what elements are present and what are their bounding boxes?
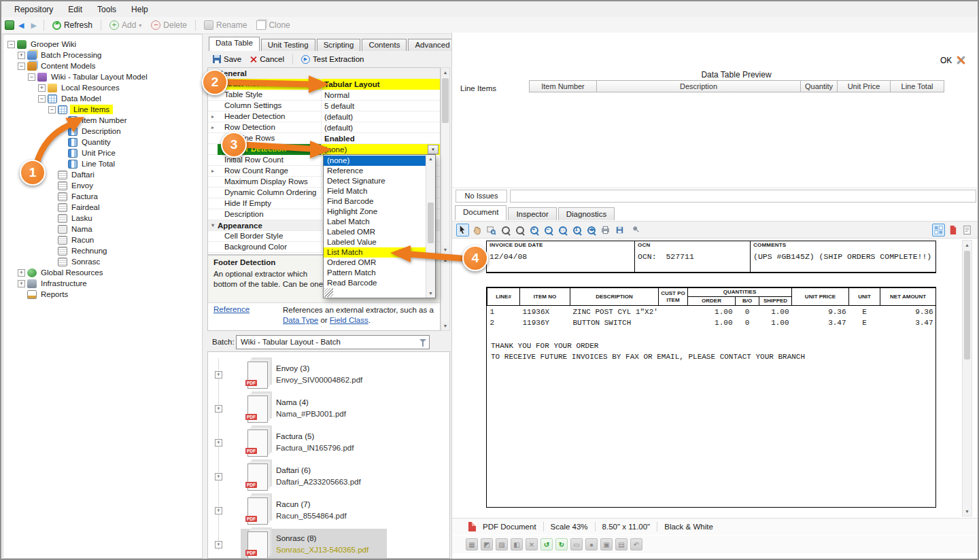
tree-item-racun[interactable]: Racun	[3, 234, 202, 245]
viewer-settings-icon[interactable]	[628, 224, 640, 237]
zoom-region-icon[interactable]: □	[556, 224, 569, 237]
property-grid-scrollbar[interactable]: ▲ ▼	[441, 67, 450, 255]
filter-icon[interactable]	[419, 339, 426, 346]
forward-button[interactable]: ▶	[28, 21, 39, 30]
scroll-up-icon[interactable]: ▲	[963, 241, 972, 249]
data-type-link[interactable]: Data Type	[283, 316, 318, 324]
zoom-out-icon[interactable]: −	[542, 224, 555, 237]
expand-chevron-icon[interactable]: ▸	[208, 122, 218, 133]
rotate-cw-icon[interactable]: ↻	[555, 538, 568, 550]
print-icon[interactable]	[599, 224, 612, 237]
tree-item-item-number[interactable]: Item Number	[3, 115, 202, 126]
expand-icon[interactable]: +	[215, 507, 222, 514]
tree-item-local-resources[interactable]: +Local Resources	[3, 82, 202, 93]
deskew-tool-icon[interactable]: ◩	[481, 538, 493, 550]
rename-button[interactable]: Rename	[200, 19, 251, 31]
collapse-icon[interactable]: −	[7, 41, 15, 48]
despeckle-tool-icon[interactable]: ▨	[496, 538, 508, 550]
zoom-select-tool-icon[interactable]	[485, 224, 498, 237]
batch-item-daftari-6[interactable]: +PDFDaftari (6)Daftari_A233205663.pdf	[208, 462, 449, 496]
preview-column-line-total[interactable]: Line Total	[891, 80, 944, 92]
scroll-up-icon[interactable]: ▲	[426, 155, 435, 163]
tab-advanced[interactable]: Advanced	[408, 39, 456, 51]
eraser-tool-icon[interactable]: ▭	[570, 538, 583, 550]
test-extraction-button[interactable]: ▶ Test Extraction	[298, 54, 366, 65]
save-button[interactable]: Save	[210, 54, 244, 64]
dropdown-option-labeled-omr[interactable]: Labeled OMR	[324, 227, 426, 237]
dropdown-option-none[interactable]: (none)	[324, 156, 426, 166]
save-image-icon[interactable]	[613, 224, 626, 237]
tree-item-infrastructure[interactable]: +Infrastructure	[3, 278, 202, 289]
tree-item-batch-processing[interactable]: +Batch Processing	[3, 50, 202, 60]
expand-icon[interactable]: +	[18, 280, 25, 287]
batch-item-sonrasc-8[interactable]: +PDFSonrasc (8)Sonrasc_XJ13-540365.pdf	[208, 530, 449, 559]
rotate-ccw-icon[interactable]: ↺	[540, 538, 553, 550]
dropdown-option-read-barcode[interactable]: Read Barcode	[324, 278, 426, 288]
tree-item-data-model[interactable]: −Data Model	[3, 93, 202, 104]
tab-unit-testing[interactable]: Unit Testing	[261, 39, 315, 51]
tree-item-factura[interactable]: Factura	[3, 191, 202, 202]
back-button[interactable]: ◀	[16, 21, 27, 30]
scroll-down-icon[interactable]: ▼	[441, 245, 449, 254]
tree-item-grooper-wiki[interactable]: −Grooper Wiki	[3, 39, 202, 50]
tree-item-quantity[interactable]: Quantity	[3, 137, 202, 147]
refresh-button[interactable]: Refresh	[48, 19, 97, 31]
dropdown-option-highlight-zone[interactable]: Highlight Zone	[324, 207, 426, 217]
dropdown-option-list-match[interactable]: List Match	[324, 247, 426, 258]
batch-item-racun-7[interactable]: +PDFRacun (7)Racun_8554864.pdf	[208, 496, 449, 530]
redact-tool-icon[interactable]: ●	[585, 538, 598, 550]
tree-item-fairdeal[interactable]: Fairdeal	[3, 202, 202, 213]
dropdown-option-label-match[interactable]: Label Match	[324, 217, 426, 227]
cancel-button[interactable]: Cancel	[247, 54, 287, 64]
tree-item-lasku[interactable]: Lasku	[3, 213, 202, 224]
select-tool-icon[interactable]	[456, 224, 469, 237]
scroll-up-icon[interactable]: ▲	[441, 68, 449, 77]
tree-item-content-models[interactable]: −Content Models	[3, 60, 202, 71]
expand-icon[interactable]: +	[215, 371, 222, 379]
scroll-down-icon[interactable]: ▼	[441, 321, 449, 330]
crop-region-icon[interactable]: ▣	[600, 538, 613, 550]
tree-item-reports[interactable]: Reports	[3, 289, 202, 300]
ok-button[interactable]: OK	[940, 54, 967, 66]
tree-item-global-resources[interactable]: +Global Resources	[3, 267, 202, 278]
dropdown-option-reference[interactable]: Reference	[324, 166, 426, 176]
issues-field[interactable]	[510, 190, 976, 203]
scroll-up-icon[interactable]: ▲	[441, 256, 449, 264]
tree-item-line-items[interactable]: −Line Items	[3, 104, 202, 115]
scrollbar-thumb[interactable]	[964, 251, 970, 360]
expand-chevron-icon[interactable]: ▸	[208, 111, 218, 122]
tab-scripting[interactable]: Scripting	[317, 39, 361, 51]
tab-document[interactable]: Document	[455, 205, 506, 220]
property-header-detection[interactable]: ▸Header Detection(default)	[208, 111, 440, 122]
repository-tree-icon[interactable]	[5, 20, 14, 30]
property-extract-method[interactable]: ▾Extract MethodTabular Layout	[208, 79, 440, 90]
tree-item-description[interactable]: Description	[3, 126, 202, 137]
undo-icon[interactable]: ↶	[630, 538, 642, 550]
expand-icon[interactable]: +	[215, 439, 222, 447]
tree-item-rechnung[interactable]: Rechnung	[3, 245, 202, 256]
invert-tool-icon[interactable]: ◧	[511, 538, 523, 550]
collapse-icon[interactable]: −	[28, 73, 35, 81]
expand-icon[interactable]: +	[18, 52, 25, 59]
text-view-icon[interactable]	[961, 224, 974, 237]
fit-page-icon[interactable]: ◂▸	[585, 224, 598, 237]
crop-tool-icon[interactable]: ▦	[466, 538, 478, 550]
scrollbar-thumb[interactable]	[442, 78, 449, 123]
category-general[interactable]: ▾General	[208, 68, 440, 79]
scrollbar-thumb[interactable]	[428, 203, 434, 243]
menu-item-edit[interactable]: Edit	[61, 3, 90, 16]
collapse-icon[interactable]: −	[38, 95, 46, 103]
property-row-detection[interactable]: ▸Row Detection(default)	[208, 122, 440, 133]
dropdown-option-field-match[interactable]: Field Match	[324, 186, 426, 196]
property-table-style[interactable]: Table StyleNormal	[208, 90, 440, 101]
tree-item-unit-price[interactable]: Unit Price	[3, 147, 202, 158]
dropdown-button-icon[interactable]: ▾	[428, 145, 439, 154]
document-viewer[interactable]: INVOICE DUE DATE 12/04/08 OCN OCN: 52771…	[453, 240, 961, 517]
dropdown-option-pattern-match[interactable]: Pattern Match	[324, 268, 426, 278]
preview-column-item-number[interactable]: Item Number	[529, 80, 597, 92]
collapse-icon[interactable]: −	[18, 63, 25, 70]
scroll-down-icon[interactable]: ▼	[963, 507, 972, 516]
tree-item-nama[interactable]: Nama	[3, 224, 202, 234]
dropdown-option-detect-signature[interactable]: Detect Signature	[324, 176, 426, 186]
reference-link[interactable]: Reference	[213, 305, 275, 328]
